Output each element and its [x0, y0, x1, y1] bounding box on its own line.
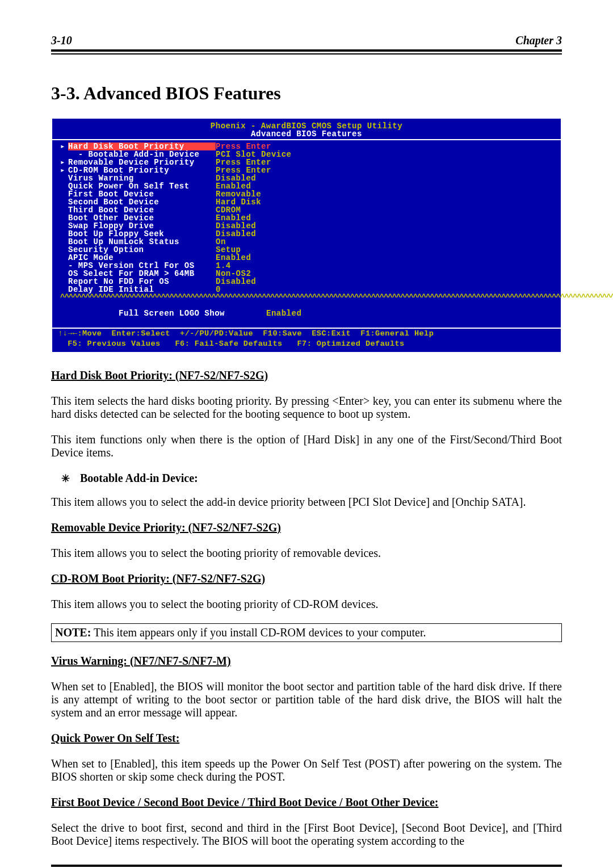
submenu-arrow-icon [60, 190, 68, 198]
submenu-arrow-icon [60, 254, 68, 262]
submenu-arrow-icon [60, 222, 68, 230]
heading-virus-warning: Virus Warning: (NF7/NF7-S/NF7-M) [51, 655, 231, 667]
heading-bootable-addin: Bootable Add-in Device: [80, 472, 198, 485]
submenu-arrow-icon: ▸ [60, 166, 68, 174]
document-body: Hard Disk Boot Priority: (NF7-S2/NF7-S2G… [51, 369, 562, 848]
paragraph: Select the drive to boot first, second a… [51, 821, 562, 848]
paragraph: This item allows you to select the booti… [51, 598, 562, 611]
bios-option-label: Delay IDE Initial [68, 286, 216, 293]
paragraph: This item functions only when there is t… [51, 433, 562, 459]
submenu-arrow-icon [60, 150, 68, 158]
paragraph: This item allows you to select the booti… [51, 547, 562, 560]
bios-row-fullscreen-logo[interactable]: Full Screen LOGO ShowEnabled [60, 301, 613, 325]
paragraph: When set to [Enabled], the BIOS will mon… [51, 680, 562, 719]
bios-option-row[interactable]: - MPS Version Ctrl For OS1.4 [60, 262, 613, 270]
bios-tear-line: ^^^^^^^^^^^^^^^^^^^^^^^^^^^^^^^^^^^^^^^^… [60, 293, 613, 301]
bios-option-label: OS Select For DRAM > 64MB [68, 270, 216, 278]
submenu-arrow-icon [60, 238, 68, 246]
bios-option-label: Security Option [68, 246, 216, 254]
bios-option-row[interactable]: OS Select For DRAM > 64MBNon-OS2 [60, 270, 613, 278]
paragraph: When set to [Enabled], this item speeds … [51, 757, 562, 783]
bios-option-value: 0 [216, 285, 221, 294]
bios-option-row[interactable]: ▸CD-ROM Boot PriorityPress Enter [60, 166, 613, 174]
bios-option-value: Disabled [216, 277, 256, 286]
bios-option-row[interactable]: Security OptionSetup [60, 246, 613, 254]
submenu-arrow-icon [60, 286, 68, 293]
bios-option-label: Swap Floppy Drive [68, 222, 216, 230]
bios-option-label: - MPS Version Ctrl For OS [68, 262, 216, 270]
bios-option-label: Virus Warning [68, 174, 216, 182]
note-box: NOTE: This item appears only if you inst… [51, 623, 562, 642]
heading-removable-device: Removable Device Priority: (NF7-S2/NF7-S… [51, 521, 281, 534]
bios-option-label: - Bootable Add-in Device [68, 150, 216, 158]
paragraph: This item allows you to select the add-i… [51, 496, 562, 509]
bios-option-label: Boot Up Floppy Seek [68, 230, 216, 238]
bios-option-label: APIC Mode [68, 254, 216, 262]
bios-option-row[interactable]: Boot Up NumLock StatusOn [60, 238, 613, 246]
submenu-arrow-icon [60, 174, 68, 182]
footer-rule [51, 865, 562, 868]
page-number: 3-10 [51, 34, 72, 47]
header-rule [51, 49, 562, 54]
submenu-arrow-icon [60, 182, 68, 190]
bios-option-row[interactable]: Second Boot DeviceHard Disk [60, 198, 613, 206]
bios-option-row[interactable]: Delay IDE Initial0 [60, 286, 613, 293]
bios-option-row[interactable]: Swap Floppy DriveDisabled [60, 222, 613, 230]
submenu-arrow-icon [60, 246, 68, 254]
bios-screenshot: Phoenix - AwardBIOS CMOS Setup Utility A… [51, 118, 562, 353]
chapter-label: Chapter 3 [515, 34, 562, 47]
bios-option-row[interactable]: Report No FDD For OSDisabled [60, 278, 613, 286]
submenu-arrow-icon [60, 270, 68, 278]
submenu-arrow-icon [60, 214, 68, 222]
submenu-arrow-icon [60, 278, 68, 286]
bios-footer-keys-1: ↑↓→←:Move Enter:Select +/-/PU/PD:Value F… [52, 329, 561, 339]
submenu-arrow-icon [60, 198, 68, 206]
submenu-arrow-icon [60, 230, 68, 238]
bios-option-row[interactable]: Boot Up Floppy SeekDisabled [60, 230, 613, 238]
heading-boot-devices: First Boot Device / Second Boot Device /… [51, 796, 438, 808]
bullet-icon: ✳ [51, 472, 70, 485]
bios-option-label: First Boot Device [68, 190, 216, 198]
bios-option-row[interactable]: Boot Other DeviceEnabled [60, 214, 613, 222]
heading-hard-disk-boot: Hard Disk Boot Priority: (NF7-S2/NF7-S2G… [51, 369, 268, 381]
section-title: 3-3. Advanced BIOS Features [51, 83, 562, 104]
bios-option-label: Second Boot Device [68, 198, 216, 206]
bios-option-row[interactable]: Quick Power On Self TestEnabled [60, 182, 613, 190]
bios-option-row[interactable]: ▸Hard Disk Boot PriorityPress Enter [60, 142, 613, 150]
bios-option-row[interactable]: ▸Removable Device PriorityPress Enter [60, 158, 613, 166]
bios-title: Phoenix - AwardBIOS CMOS Setup Utility [52, 122, 561, 130]
bios-option-row[interactable]: - Bootable Add-in DevicePCI Slot Device [60, 150, 613, 158]
bios-option-row[interactable]: Virus WarningDisabled [60, 174, 613, 182]
bios-option-label: Quick Power On Self Test [68, 182, 216, 190]
bios-option-row[interactable]: Third Boot DeviceCDROM [60, 206, 613, 214]
submenu-arrow-icon: ▸ [60, 158, 68, 166]
bios-option-label: Removable Device Priority [68, 158, 216, 166]
bios-footer-keys-2: F5: Previous Values F6: Fail-Safe Defaul… [52, 339, 561, 349]
bios-option-label: Third Boot Device [68, 206, 216, 214]
note-label: NOTE: [55, 626, 91, 639]
bios-option-label: CD-ROM Boot Priority [68, 166, 216, 174]
submenu-arrow-icon: ▸ [60, 142, 68, 150]
bios-option-row[interactable]: APIC ModeEnabled [60, 254, 613, 262]
bios-subtitle: Advanced BIOS Features [52, 130, 561, 138]
bios-option-label: Boot Other Device [68, 214, 216, 222]
submenu-arrow-icon [60, 206, 68, 214]
bios-option-row[interactable]: First Boot DeviceRemovable [60, 190, 613, 198]
paragraph: This item selects the hard disks booting… [51, 395, 562, 421]
bios-option-label: Report No FDD For OS [68, 278, 216, 286]
bios-option-label: Hard Disk Boot Priority [68, 142, 216, 150]
bios-options-panel: ▸Hard Disk Boot PriorityPress Enter - Bo… [52, 140, 613, 328]
heading-cdrom-boot: CD-ROM Boot Priority: (NF7-S2/NF7-S2G) [51, 572, 265, 585]
heading-quick-power: Quick Power On Self Test: [51, 732, 179, 744]
note-text: This item appears only if you install CD… [91, 626, 426, 639]
submenu-arrow-icon [60, 262, 68, 270]
bios-option-label: Boot Up NumLock Status [68, 238, 216, 246]
